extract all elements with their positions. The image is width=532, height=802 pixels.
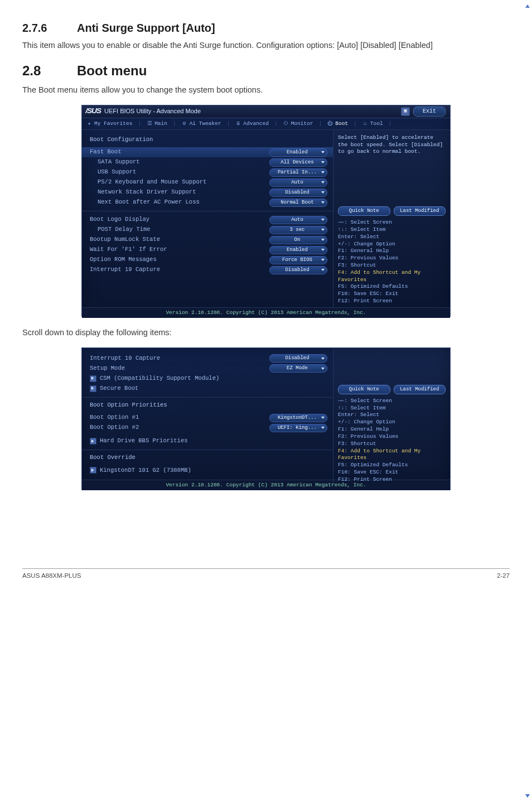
asus-logo: /SUS [85, 107, 101, 116]
help-keys: →←: Select Screen ↑↓: Select Item Enter:… [338, 398, 446, 484]
select-next-boot-ac[interactable]: Normal Boot [269, 199, 327, 207]
footer-right: 2-27 [497, 571, 510, 581]
section-heading-28: 2.8 Boot menu [22, 61, 510, 81]
select-boot-option-1[interactable]: KingstonDT... [269, 414, 327, 422]
bios-left-panel: Interrupt 19 Capture Disabled Setup Mode… [82, 348, 333, 486]
list-icon: ☰ [147, 120, 152, 128]
chevron-right-icon [90, 385, 96, 392]
section-title: Boot menu [77, 61, 147, 81]
tab-my-favorites[interactable]: ★My Favorites [86, 120, 132, 128]
section-body-276: This item allows you to enable or disabl… [22, 40, 510, 51]
chevron-right-icon [90, 375, 96, 382]
divider [82, 397, 333, 398]
scroll-caption: Scroll down to display the following ite… [22, 327, 510, 339]
row-option-rom[interactable]: Option ROM Messages Force BIOS [90, 255, 327, 265]
submenu-override-device[interactable]: KingstonDT 101 G2 (7388MB) [90, 465, 327, 475]
bios-titlebar: /SUS UEFI BIOS Utility - Advanced Mode ▣… [82, 105, 450, 118]
section-body-28: The Boot menu items allow you to change … [22, 84, 510, 96]
group-title-override: Boot Override [90, 453, 327, 462]
submenu-secure-boot[interactable]: Secure Boot [90, 384, 327, 394]
gear-icon: ⚙ [182, 120, 187, 128]
tab-tool[interactable]: ⌂Tool [362, 120, 383, 128]
bios-tabs: ★My Favorites| ☰Main| ⚙Ai Tweaker| ≣Adva… [82, 118, 450, 130]
bios-window-2: Interrupt 19 Capture Disabled Setup Mode… [81, 347, 451, 490]
select-int19[interactable]: Disabled [269, 266, 327, 274]
select-fast-boot[interactable]: Enabled [269, 148, 327, 157]
section-title: Anti Surge Support [Auto] [77, 20, 215, 36]
row-boot-logo[interactable]: Boot Logo Display Auto [90, 215, 327, 225]
help-desc [338, 352, 446, 379]
row-ps2-support[interactable]: PS/2 Keyboard and Mouse Support Auto [90, 177, 327, 187]
row-fast-boot[interactable]: Fast Boot Enabled [82, 147, 333, 157]
advanced-icon: ≣ [235, 120, 241, 128]
row-boot-option-2[interactable]: Boot Option #2 UEFI: King... [90, 423, 327, 433]
tab-boot[interactable]: ⏻Boot [327, 120, 348, 128]
row-int19[interactable]: Interrupt 19 Capture Disabled [90, 265, 327, 275]
row-post-delay[interactable]: POST Delay Time 3 sec [90, 225, 327, 235]
quick-note-button[interactable]: Quick Note [338, 385, 390, 394]
select-usb-support[interactable]: Partial In... [269, 168, 327, 177]
last-modified-button[interactable]: Last Modified [394, 385, 446, 394]
screenshot-icon[interactable]: ▣ [401, 107, 410, 116]
select-boot-logo[interactable]: Auto [269, 216, 327, 224]
power-icon: ⏻ [327, 120, 333, 128]
select-option-rom[interactable]: Force BIOS [269, 256, 327, 264]
tool-icon: ⌂ [362, 120, 368, 128]
section-heading-276: 2.7.6 Anti Surge Support [Auto] [22, 20, 510, 36]
section-num: 2.8 [22, 61, 58, 81]
select-network-stack[interactable]: Disabled [269, 189, 327, 197]
monitor-icon: ⏲ [283, 120, 289, 128]
help-keys: →←: Select Screen ↑↓: Select Item Enter:… [338, 219, 446, 305]
last-modified-button[interactable]: Last Modified [394, 206, 446, 216]
select-wait-f1[interactable]: Enabled [269, 246, 327, 254]
row-wait-f1[interactable]: Wait For 'F1' If Error Enabled [90, 245, 327, 255]
select-post-delay[interactable]: 3 sec [269, 226, 327, 234]
divider [82, 211, 333, 211]
row-setup-mode[interactable]: Setup Mode EZ Mode [90, 364, 327, 374]
quick-note-button[interactable]: Quick Note [338, 206, 390, 216]
row-usb-support[interactable]: USB Support Partial In... [90, 167, 327, 177]
bios-left-panel: Boot Configuration Fast Boot Enabled SAT… [82, 130, 333, 307]
footer-left: ASUS A88XM-PLUS [22, 571, 81, 581]
select-sata-support[interactable]: All Devices [269, 158, 327, 167]
chevron-right-icon [90, 467, 96, 474]
tab-main[interactable]: ☰Main [147, 120, 167, 128]
row-int19[interactable]: Interrupt 19 Capture Disabled [90, 354, 327, 364]
select-setup-mode[interactable]: EZ Mode [269, 364, 327, 373]
exit-button[interactable]: Exit [413, 107, 446, 117]
tab-monitor[interactable]: ⏲Monitor [283, 120, 313, 128]
row-sata-support[interactable]: SATA Support All Devices [90, 157, 327, 167]
help-desc: Select [Enabled] to accelerate the boot … [338, 134, 446, 161]
bios-footer: Version 2.10.1208. Copyright (C) 2013 Am… [82, 307, 450, 318]
tab-advanced[interactable]: ≣Advanced [235, 120, 269, 128]
select-ps2-support[interactable]: Auto [269, 178, 327, 187]
row-numlock[interactable]: Bootup NumLock State On [90, 235, 327, 245]
row-boot-option-1[interactable]: Boot Option #1 KingstonDT... [90, 413, 327, 423]
group-title: Boot Configuration [90, 136, 327, 144]
select-numlock[interactable]: On [269, 236, 327, 244]
select-int19[interactable]: Disabled [269, 354, 327, 363]
select-boot-option-2[interactable]: UEFI: King... [269, 424, 327, 432]
row-network-stack[interactable]: Network Stack Driver Support Disabled [90, 187, 327, 197]
bios-title: UEFI BIOS Utility - Advanced Mode [104, 107, 201, 116]
submenu-csm[interactable]: CSM (Compatibility Support Module) [90, 374, 327, 384]
tab-ai-tweaker[interactable]: ⚙Ai Tweaker [182, 120, 221, 128]
row-next-boot-ac[interactable]: Next Boot after AC Power Loss Normal Boo… [90, 197, 327, 207]
bios-help-pane: Select [Enabled] to accelerate the boot … [333, 130, 450, 307]
chevron-right-icon [90, 438, 96, 445]
group-title-priorities: Boot Option Priorities [90, 401, 327, 409]
scroll-up-icon[interactable] [525, 4, 530, 8]
star-icon: ★ [86, 120, 92, 128]
submenu-hdd-bbs[interactable]: Hard Drive BBS Priorities [90, 436, 327, 446]
bios-help-pane: Quick Note Last Modified →←: Select Scre… [333, 348, 450, 486]
divider [82, 450, 333, 450]
section-num: 2.7.6 [22, 20, 58, 36]
page-footer: ASUS A88XM-PLUS 2-27 [22, 568, 510, 597]
bios-window-1: /SUS UEFI BIOS Utility - Advanced Mode ▣… [81, 105, 451, 317]
